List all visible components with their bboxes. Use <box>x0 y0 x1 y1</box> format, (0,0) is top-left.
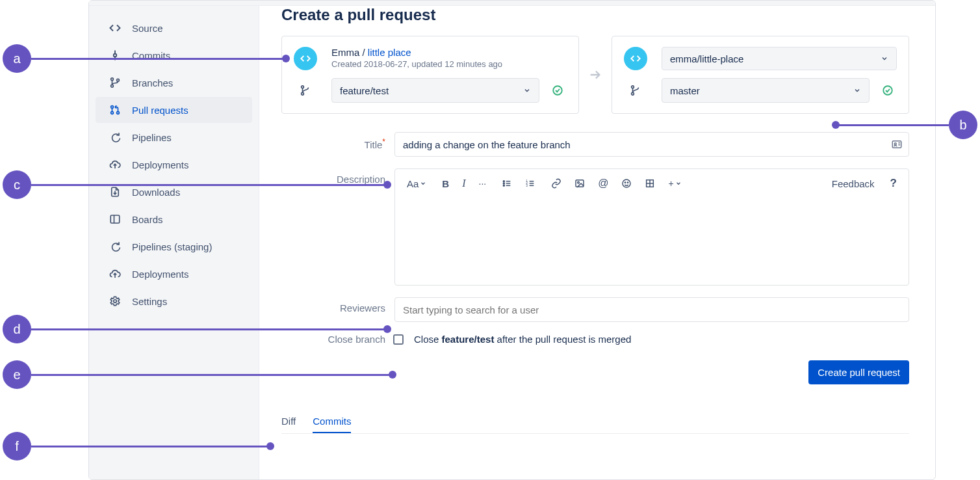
chevron-down-icon <box>853 87 861 94</box>
svg-point-39 <box>578 181 580 183</box>
svg-point-23 <box>894 143 896 145</box>
description-editor[interactable]: Aa B I ··· 123 <box>394 168 909 286</box>
status-ok-icon <box>879 85 897 96</box>
dest-branch-select[interactable]: master <box>662 78 870 103</box>
sidebar-item-label: Boards <box>132 214 163 225</box>
more-format-button[interactable]: ··· <box>476 176 489 191</box>
table-button[interactable] <box>642 176 658 191</box>
branch-icon <box>107 75 123 90</box>
svg-point-8 <box>117 112 120 114</box>
repo-icon <box>294 47 317 70</box>
bold-button[interactable]: B <box>439 176 452 192</box>
sidebar-item-settings[interactable]: Settings <box>96 288 252 314</box>
svg-point-16 <box>302 92 304 95</box>
dest-repo-select[interactable]: emma/little-place <box>662 47 897 70</box>
svg-point-40 <box>623 180 630 187</box>
page-title: Create a pull request <box>281 6 909 24</box>
pull-request-icon <box>107 102 123 118</box>
callout-d: d <box>3 315 387 343</box>
text-style-button[interactable]: Aa <box>404 176 429 192</box>
sidebar-item-deployments-2[interactable]: Deployments <box>96 261 252 287</box>
sidebar-item-label: Pipelines <box>132 132 172 143</box>
svg-rect-11 <box>110 215 120 223</box>
svg-point-14 <box>114 300 117 303</box>
sidebar-item-branches[interactable]: Branches <box>96 70 252 96</box>
svg-point-6 <box>111 106 114 109</box>
bullet-list-button[interactable] <box>499 176 515 191</box>
svg-point-42 <box>628 182 628 183</box>
svg-text:3: 3 <box>526 184 528 187</box>
sidebar-item-label: Deployments <box>132 269 189 280</box>
sidebar-item-source[interactable]: Source <box>96 15 252 41</box>
callout-c: c <box>3 170 387 199</box>
svg-point-5 <box>117 79 120 81</box>
svg-point-19 <box>632 86 634 88</box>
mention-button[interactable]: @ <box>595 175 611 192</box>
link-button[interactable] <box>548 176 564 191</box>
branch-glyph-icon <box>624 85 647 96</box>
callout-f: f <box>3 432 270 460</box>
title-input[interactable] <box>394 132 909 157</box>
boards-icon <box>107 211 123 227</box>
tab-diff[interactable]: Diff <box>281 410 296 433</box>
chevron-down-icon <box>523 87 531 94</box>
source-branch-select[interactable]: feature/test <box>331 78 539 103</box>
svg-point-4 <box>111 85 114 87</box>
svg-point-28 <box>504 185 505 186</box>
gear-icon <box>107 293 123 309</box>
svg-point-20 <box>632 92 634 95</box>
sidebar-item-label: Settings <box>132 296 167 307</box>
image-button[interactable] <box>572 176 587 191</box>
emoji-button[interactable] <box>619 176 634 191</box>
sidebar-item-boards[interactable]: Boards <box>96 206 252 232</box>
svg-point-7 <box>111 112 114 114</box>
main-content: Create a pull request Emma / little plac… <box>259 1 935 479</box>
sidebar-item-pipelines-staging[interactable]: Pipelines (staging) <box>96 233 252 260</box>
title-label: Title* <box>281 132 385 150</box>
sidebar-item-label: Deployments <box>132 159 189 170</box>
callout-b: b <box>836 111 977 139</box>
sidebar-item-pipelines[interactable]: Pipelines <box>96 124 252 150</box>
sidebar-item-pull-requests[interactable]: Pull requests <box>96 97 252 123</box>
svg-rect-38 <box>576 180 584 187</box>
cloud-up-icon <box>107 266 123 282</box>
contact-card-icon[interactable] <box>891 139 903 150</box>
tab-commits[interactable]: Commits <box>313 410 351 433</box>
svg-point-3 <box>111 78 114 81</box>
svg-point-27 <box>504 183 505 184</box>
sidebar-item-label: Source <box>132 23 163 34</box>
branch-glyph-icon <box>294 85 317 96</box>
source-repo-link[interactable]: little place <box>368 47 411 58</box>
chevron-down-icon <box>881 55 888 62</box>
sidebar-item-label: Pull requests <box>132 105 188 116</box>
dest-branch-card: emma/little-place master <box>612 36 909 114</box>
help-button[interactable]: ? <box>888 174 899 193</box>
sidebar-item-label: Pipelines (staging) <box>132 241 212 252</box>
number-list-button[interactable]: 123 <box>522 176 538 191</box>
pipelines-icon <box>107 239 123 254</box>
source-repo-meta: Created 2018-06-27, updated 12 minutes a… <box>331 59 567 69</box>
close-branch-text: Close feature/test after the pull reques… <box>414 334 909 345</box>
tabs: Diff Commits <box>281 410 909 434</box>
svg-point-41 <box>625 182 626 183</box>
repo-icon <box>624 47 647 70</box>
feedback-link[interactable]: Feedback <box>829 176 877 192</box>
close-branch-checkbox[interactable] <box>393 334 404 345</box>
pipelines-icon <box>107 129 123 145</box>
callout-a: a <box>3 44 286 73</box>
insert-button[interactable]: + <box>665 176 684 191</box>
create-pull-request-button[interactable]: Create pull request <box>808 360 909 384</box>
source-branch-card: Emma / little place Created 2018-06-27, … <box>281 36 579 114</box>
arrow-right-icon <box>588 68 602 82</box>
italic-button[interactable]: I <box>459 175 468 192</box>
reviewers-label: Reviewers <box>281 297 385 313</box>
status-ok-icon <box>548 85 567 96</box>
editor-body[interactable] <box>395 198 909 282</box>
reviewers-input[interactable] <box>394 297 909 322</box>
svg-point-26 <box>504 181 505 182</box>
editor-toolbar: Aa B I ··· 123 <box>395 169 909 198</box>
callout-e: e <box>3 360 393 389</box>
source-repo-path: Emma / little place <box>331 47 567 58</box>
code-icon <box>107 20 123 36</box>
sidebar-item-label: Branches <box>132 77 173 88</box>
